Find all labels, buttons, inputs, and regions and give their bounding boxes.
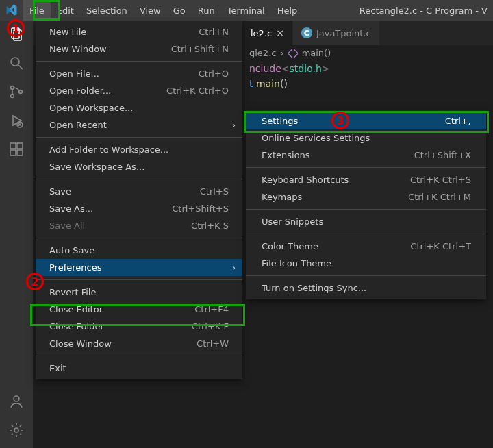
- menu-save-as[interactable]: Save As...Ctrl+Shift+S: [36, 200, 242, 217]
- menu-add-folder-to-workspace[interactable]: Add Folder to Workspace...: [36, 141, 242, 158]
- submenu-keymaps[interactable]: KeymapsCtrl+K Ctrl+M: [246, 188, 486, 206]
- menu-edit[interactable]: Edit: [51, 0, 80, 21]
- menu-revert-file[interactable]: Revert File: [36, 284, 242, 301]
- menu-view[interactable]: View: [134, 0, 167, 21]
- breadcrumb-symbol: main(): [302, 48, 331, 58]
- svg-line-4: [18, 65, 23, 69]
- close-icon[interactable]: ×: [276, 27, 284, 38]
- submenu-turn-on-settings-sync[interactable]: Turn on Settings Sync...: [246, 279, 486, 297]
- settings-gear-icon[interactable]: [8, 422, 25, 438]
- svg-point-3: [11, 58, 19, 66]
- menu-exit[interactable]: Exit: [36, 360, 242, 377]
- menu-terminal[interactable]: Terminal: [221, 0, 271, 21]
- menu-bar: File Edit Selection View Go Run Terminal…: [23, 0, 303, 21]
- menu-open-file[interactable]: Open File...Ctrl+O: [36, 65, 242, 82]
- menu-open-folder[interactable]: Open Folder...Ctrl+K Ctrl+O: [36, 82, 242, 99]
- submenu-file-icon-theme[interactable]: File Icon Theme: [246, 255, 486, 272]
- svg-point-15: [14, 428, 18, 432]
- menu-close-folder[interactable]: Close FolderCtrl+K F: [36, 318, 242, 335]
- menu-selection[interactable]: Selection: [80, 0, 134, 21]
- menu-new-file[interactable]: New FileCtrl+N: [36, 23, 242, 40]
- menu-save[interactable]: SaveCtrl+S: [36, 183, 242, 200]
- svg-rect-13: [17, 143, 23, 149]
- activity-bar: [0, 21, 33, 448]
- chevron-right-icon: ›: [280, 48, 283, 58]
- tab-rectangle2[interactable]: le2.c ×: [242, 21, 293, 45]
- svg-rect-12: [17, 150, 23, 155]
- menu-auto-save[interactable]: Auto Save: [36, 242, 242, 259]
- submenu-settings[interactable]: SettingsCtrl+,: [246, 112, 486, 129]
- svg-rect-11: [10, 150, 16, 155]
- menu-preferences[interactable]: Preferences›: [36, 259, 242, 276]
- vscode-logo-icon: [5, 4, 18, 16]
- menu-go[interactable]: Go: [167, 0, 192, 21]
- title-bar: File Edit Selection View Go Run Terminal…: [0, 0, 493, 21]
- window-title: Rectangle2.c - C Program - V: [359, 5, 493, 16]
- submenu-keyboard-shortcuts[interactable]: Keyboard ShortcutsCtrl+K Ctrl+S: [246, 171, 486, 188]
- extensions-icon[interactable]: [8, 141, 25, 158]
- menu-file[interactable]: File: [23, 0, 51, 21]
- menu-save-all: Save AllCtrl+K S: [36, 217, 242, 234]
- chevron-right-icon: ›: [232, 263, 236, 273]
- account-icon[interactable]: [8, 393, 25, 410]
- menu-help[interactable]: Help: [271, 0, 304, 21]
- c-file-icon: C: [301, 27, 312, 38]
- submenu-extensions[interactable]: ExtensionsCtrl+Shift+X: [246, 147, 486, 164]
- breadcrumb-file: gle2.c: [249, 48, 276, 58]
- explorer-icon[interactable]: [8, 26, 25, 42]
- menu-run[interactable]: Run: [192, 0, 221, 21]
- chevron-right-icon: ›: [232, 121, 236, 130]
- menu-close-window[interactable]: Close WindowCtrl+W: [36, 335, 242, 352]
- submenu-user-snippets[interactable]: User Snippets: [246, 213, 486, 230]
- tab-label: le2.c: [251, 28, 272, 38]
- submenu-color-theme[interactable]: Color ThemeCtrl+K Ctrl+T: [246, 238, 486, 255]
- function-icon: [288, 49, 298, 58]
- tab-label: JavaTpoint.c: [316, 28, 371, 38]
- menu-new-window[interactable]: New WindowCtrl+Shift+N: [36, 40, 242, 58]
- file-menu-dropdown: New FileCtrl+N New WindowCtrl+Shift+N Op…: [36, 21, 242, 379]
- svg-rect-10: [10, 143, 16, 149]
- tab-javatpoint[interactable]: C JavaTpoint.c: [293, 21, 380, 45]
- preferences-submenu: SettingsCtrl+, Online Services Settings …: [246, 110, 486, 299]
- menu-open-workspace[interactable]: Open Workspace...: [36, 99, 242, 116]
- svg-point-14: [14, 396, 19, 401]
- svg-point-5: [11, 86, 14, 90]
- source-control-icon[interactable]: [8, 84, 25, 100]
- debug-icon[interactable]: [8, 112, 25, 129]
- svg-rect-0: [288, 49, 298, 58]
- submenu-online-services-settings[interactable]: Online Services Settings: [246, 129, 486, 147]
- svg-point-6: [11, 95, 14, 98]
- search-icon[interactable]: [8, 55, 25, 71]
- menu-close-editor[interactable]: Close EditorCtrl+F4: [36, 301, 242, 318]
- menu-save-workspace-as[interactable]: Save Workspace As...: [36, 158, 242, 175]
- menu-open-recent[interactable]: Open Recent›: [36, 116, 242, 134]
